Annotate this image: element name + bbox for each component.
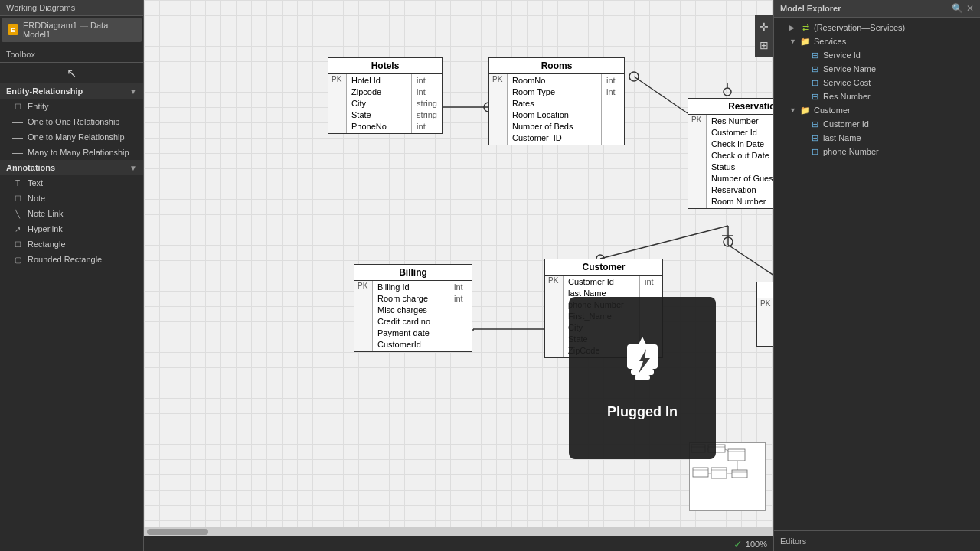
svg-marker-16: [639, 337, 646, 344]
cursor-tool[interactable]: ↖: [0, 63, 143, 83]
canvas-area[interactable]: Hotels PK Hotel Id Zipcode City State Ph…: [144, 0, 773, 527]
right-header-icons: 🔍 ✕: [952, 3, 974, 14]
tool-many-to-many[interactable]: — Many to Many Relationship: [0, 145, 143, 160]
tree-res-number[interactable]: ⊞ Res Number: [774, 90, 980, 103]
customer-folder-icon: 📁: [800, 105, 811, 116]
status-ok-icon: ✓: [733, 538, 743, 550]
tool-one-to-many[interactable]: — One to Many Relationship: [0, 129, 143, 145]
svg-rect-17: [631, 369, 654, 375]
rooms-pk: PK: [489, 74, 508, 145]
svg-line-13: [600, 226, 728, 259]
scroll-thumb[interactable]: [147, 529, 208, 535]
tool-hyperlink[interactable]: ↗ Hyperlink: [0, 221, 143, 236]
canvas-scrollbar[interactable]: [144, 527, 773, 536]
tool-rounded-rectangle[interactable]: ▢ Rounded Rectangle: [0, 252, 143, 267]
plugged-in-overlay: Plugged In: [569, 297, 716, 459]
billing-row: PK Billing Id Room charge Misc charges C…: [354, 281, 472, 351]
rooms-row: PK RoomNo Room Type Rates Room Location …: [489, 74, 624, 145]
left-panel: Working Diagrams E ERDDiagram1 — Data Mo…: [0, 0, 144, 551]
tool-text[interactable]: T Text: [0, 175, 143, 191]
services-row: PK Service Id Service Name Service Cost …: [757, 298, 773, 346]
working-diagrams-label: Working Diagrams: [6, 3, 75, 12]
rooms-table[interactable]: Rooms PK RoomNo Room Type Rates Room Loc…: [488, 57, 625, 145]
svg-point-3: [629, 72, 639, 81]
hotels-row: PK Hotel Id Zipcode City State PhoneNo i…: [328, 74, 442, 133]
tree-last-name[interactable]: ⊞ last Name: [774, 131, 980, 145]
status-bar: ✓ 100%: [144, 536, 773, 551]
tree-phone-number[interactable]: ⊞ phone Number: [774, 145, 980, 158]
center-panel: Hotels PK Hotel Id Zipcode City State Ph…: [144, 0, 773, 551]
close-right-icon[interactable]: ✕: [966, 3, 974, 14]
tool-entity[interactable]: ☐ Entity: [0, 99, 143, 114]
tree-service-name[interactable]: ⊞ Service Name: [774, 62, 980, 76]
reservation-pk: PK: [688, 115, 707, 208]
services-folder-icon: 📁: [800, 36, 811, 47]
phone-number-field-icon: ⊞: [809, 146, 820, 157]
hotels-types: int int string string int: [411, 74, 442, 133]
note-icon: ☐: [12, 193, 23, 204]
tool-one-to-one[interactable]: — One to One Relationship: [0, 114, 143, 129]
text-icon: T: [12, 178, 23, 188]
reservation-table[interactable]: Reservation PK Res Number Customer Id Ch…: [688, 98, 773, 209]
svg-line-33: [725, 449, 728, 451]
link-icon: ⇄: [800, 22, 811, 33]
tree-customer-id[interactable]: ⊞ Customer Id: [774, 117, 980, 131]
er-section-arrow: ▼: [129, 87, 137, 96]
tool-note[interactable]: ☐ Note: [0, 191, 143, 206]
services-header: Services: [757, 282, 773, 298]
one-to-one-icon: —: [12, 116, 23, 127]
toolbox-header: Toolbox: [0, 44, 143, 63]
tree-reservation-services-link[interactable]: ▶ ⇄ (Reservation—Services): [774, 21, 980, 34]
service-id-field-icon: ⊞: [809, 50, 820, 60]
many-to-many-icon: —: [12, 147, 23, 158]
hotels-table[interactable]: Hotels PK Hotel Id Zipcode City State Ph…: [328, 57, 443, 134]
svg-rect-18: [635, 375, 650, 380]
svg-rect-24: [728, 449, 745, 461]
svg-point-4: [724, 88, 731, 96]
tool-note-link[interactable]: ╲ Note Link: [0, 206, 143, 221]
tree-customer-folder[interactable]: ▼ 📁 Customer: [774, 103, 980, 117]
rooms-types: int int: [601, 74, 624, 145]
tree-service-id[interactable]: ⊞ Service Id: [774, 48, 980, 62]
res-number-field-icon: ⊞: [809, 91, 820, 102]
diagram-item[interactable]: E ERDDiagram1 — Data Model1: [2, 18, 142, 42]
last-name-field-icon: ⊞: [809, 132, 820, 143]
tree-service-cost[interactable]: ⊞ Service Cost: [774, 76, 980, 90]
svg-point-8: [724, 237, 733, 246]
customer-id-field-icon: ⊞: [809, 119, 820, 129]
svg-rect-28: [711, 468, 727, 478]
tool-rectangle[interactable]: ☐ Rectangle: [0, 236, 143, 252]
annotations-section-header[interactable]: Annotations ▼: [0, 160, 143, 175]
entity-icon: ☐: [12, 101, 23, 112]
rooms-header: Rooms: [489, 58, 624, 74]
svg-line-2: [634, 77, 688, 113]
hotels-pk: PK: [328, 74, 347, 133]
app-container: Working Diagrams E ERDDiagram1 — Data Mo…: [0, 0, 980, 551]
plugged-in-icon: [612, 337, 673, 398]
er-section-header[interactable]: Entity-Relationship ▼: [0, 83, 143, 99]
reservation-header: Reservation: [688, 99, 773, 115]
editors-section: Editors: [774, 530, 980, 551]
billing-types: int int: [449, 281, 472, 351]
services-table[interactable]: Services PK Service Id Service Name Serv…: [756, 282, 773, 347]
billing-table[interactable]: Billing PK Billing Id Room charge Misc c…: [354, 264, 472, 352]
svg-line-7: [728, 245, 773, 283]
billing-header: Billing: [354, 265, 472, 281]
one-to-many-icon: —: [12, 132, 23, 142]
customer-pk: PK: [545, 276, 564, 357]
crosshair-icon[interactable]: ✛: [757, 18, 771, 35]
annotations-section-arrow: ▼: [129, 164, 137, 172]
service-name-field-icon: ⊞: [809, 64, 820, 74]
hotels-header: Hotels: [328, 58, 442, 74]
services-pk: PK: [757, 298, 773, 346]
working-diagrams-header: Working Diagrams: [0, 0, 143, 16]
table-icon[interactable]: ⊞: [757, 37, 771, 54]
rounded-rectangle-icon: ▢: [12, 254, 23, 265]
tree-arrow-services: ▼: [789, 37, 797, 45]
svg-rect-26: [693, 468, 708, 477]
model-tree: ▶ ⇄ (Reservation—Services) ▼ 📁 Services …: [774, 18, 980, 530]
right-panel: Model Explorer 🔍 ✕ ▶ ⇄ (Reservation—Serv…: [773, 0, 980, 551]
diagram-icon: E: [8, 24, 18, 35]
tree-services-folder[interactable]: ▼ 📁 Services: [774, 34, 980, 48]
search-icon[interactable]: 🔍: [952, 3, 963, 14]
